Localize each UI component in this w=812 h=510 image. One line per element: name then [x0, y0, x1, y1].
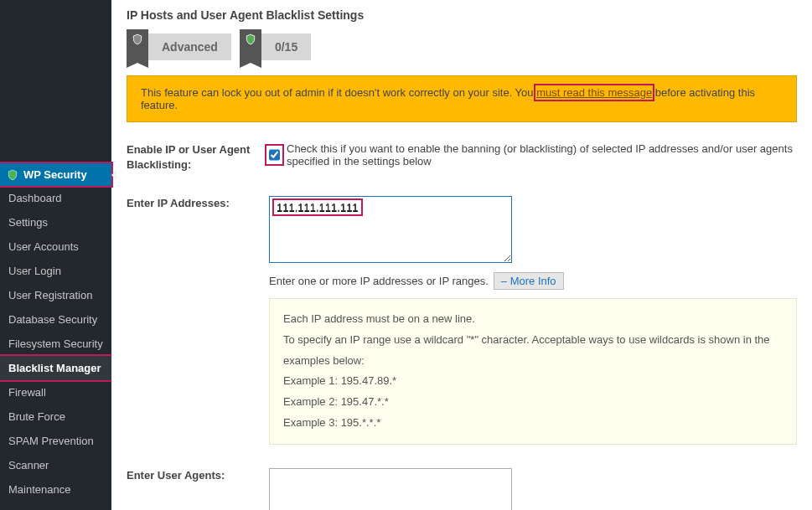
sidebar-item-user-accounts[interactable]: User Accounts: [0, 234, 111, 259]
notice-link[interactable]: must read this message: [536, 86, 652, 99]
sidebar-item-scanner[interactable]: Scanner: [0, 453, 111, 477]
ribbon-icon: [240, 29, 261, 63]
sidebar-header-label: WP Security: [23, 168, 87, 181]
sidebar-item-user-registration[interactable]: User Registration: [0, 283, 111, 307]
sidebar-item-maintenance[interactable]: Maintenance: [0, 477, 111, 502]
sidebar-item-user-login[interactable]: User Login: [0, 259, 111, 283]
ip-help-text: Enter one or more IP addresses or IP ran…: [269, 275, 489, 287]
sidebar-item-filesystem-security[interactable]: Filesystem Security: [0, 332, 111, 356]
sidebar-header-wp-security[interactable]: WP Security: [0, 163, 111, 186]
sidebar-item-spam-prevention[interactable]: SPAM Prevention: [0, 429, 111, 453]
active-indicator-icon: [111, 170, 116, 180]
page-title: IP Hosts and User Agent Blacklist Settin…: [127, 8, 797, 22]
enable-blacklist-checkbox[interactable]: [269, 148, 280, 162]
enable-blacklist-label: Enable IP or User Agent Blacklisting:: [127, 142, 269, 173]
user-agents-label: Enter User Agents:: [127, 468, 269, 483]
warning-notice: This feature can lock you out of admin i…: [127, 75, 797, 122]
ip-addresses-input[interactable]: [269, 196, 512, 263]
sidebar-item-miscellaneous[interactable]: Miscellaneous: [0, 502, 111, 510]
badge-advanced: Advanced: [127, 33, 231, 60]
shield-icon: [7, 169, 18, 181]
user-agents-input[interactable]: [269, 468, 512, 511]
badge-score-label: 0/15: [261, 40, 311, 54]
sidebar-item-firewall[interactable]: Firewall: [0, 380, 111, 404]
ribbon-icon: [127, 29, 148, 63]
info-line: To specify an IP range use a wildcard "*…: [283, 330, 783, 371]
enable-blacklist-row: Enable IP or User Agent Blacklisting: Ch…: [127, 142, 797, 173]
sidebar-item-brute-force[interactable]: Brute Force: [0, 404, 111, 429]
notice-text-pre: This feature can lock you out of admin i…: [141, 86, 536, 99]
main-content: IP Hosts and User Agent Blacklist Settin…: [111, 0, 812, 510]
info-line: Example 3: 195.*.*.*: [283, 413, 783, 434]
info-line: Example 2: 195.47.*.*: [283, 392, 783, 413]
badge-score: 0/15: [240, 33, 311, 60]
user-agents-row: Enter User Agents: Enter one or more use…: [127, 468, 797, 511]
sidebar-item-blacklist-manager[interactable]: Blacklist Manager: [0, 356, 111, 380]
sidebar-item-database-security[interactable]: Database Security: [0, 307, 111, 332]
ip-addresses-row: Enter IP Addresses: 111.111.111.111 Ente…: [127, 196, 797, 444]
security-badges: Advanced 0/15: [127, 33, 797, 60]
ip-more-info-button[interactable]: – More Info: [494, 272, 564, 290]
sidebar-item-settings[interactable]: Settings: [0, 210, 111, 234]
ip-addresses-label: Enter IP Addresses:: [127, 196, 269, 211]
info-line: Example 1: 195.47.89.*: [283, 371, 783, 392]
enable-blacklist-help: Check this if you want to enable the ban…: [287, 142, 797, 167]
ip-info-panel: Each IP address must be on a new line.To…: [269, 298, 797, 444]
badge-advanced-label: Advanced: [148, 40, 231, 54]
info-line: Each IP address must be on a new line.: [283, 309, 783, 330]
admin-sidebar: WP Security DashboardSettingsUser Accoun…: [0, 0, 111, 510]
sidebar-item-dashboard[interactable]: Dashboard: [0, 186, 111, 210]
